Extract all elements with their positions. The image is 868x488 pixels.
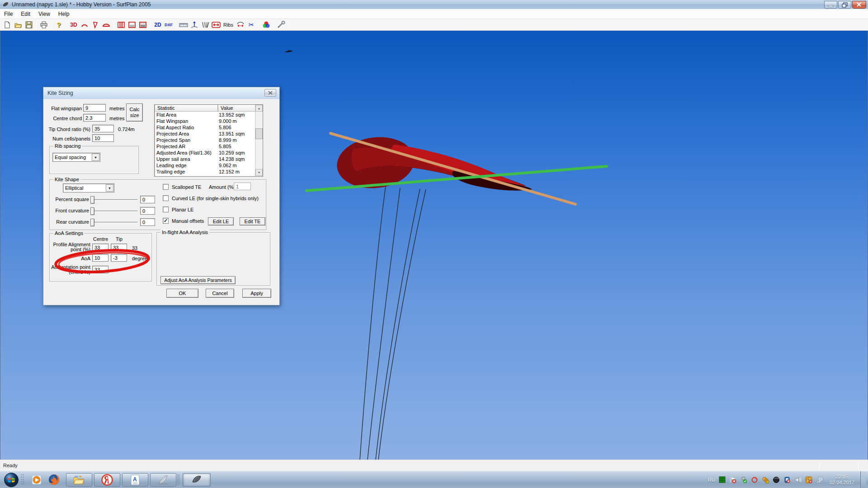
network-icon[interactable] — [816, 476, 824, 483]
aoa-tip-field[interactable]: -3 — [111, 254, 127, 262]
slider-thumb[interactable] — [90, 196, 94, 204]
aoa-rotation-field[interactable]: 33 — [92, 266, 108, 273]
start-button[interactable] — [3, 471, 20, 488]
arc-measure-icon[interactable] — [235, 20, 246, 30]
tray-usb-icon[interactable] — [740, 476, 748, 483]
profile-centre-field[interactable]: 33 — [92, 244, 108, 251]
menu-view[interactable]: View — [34, 9, 54, 19]
minimize-button[interactable] — [824, 1, 837, 9]
firefox-icon[interactable] — [48, 474, 60, 486]
profile-tip-field[interactable]: 33 — [111, 244, 127, 251]
stats-col-value[interactable]: Value — [218, 105, 256, 112]
calc-size-button[interactable]: Calc size — [126, 103, 143, 122]
volume-icon[interactable] — [794, 476, 802, 483]
statusbar-divider — [858, 462, 859, 469]
close-icon[interactable] — [852, 1, 866, 9]
tools-icon[interactable] — [276, 20, 287, 30]
save-icon[interactable] — [24, 20, 34, 30]
front-curvature-slider[interactable] — [90, 211, 138, 212]
print-icon[interactable] — [38, 20, 49, 30]
cancel-button[interactable]: Cancel — [206, 289, 234, 298]
stats-scrollbar[interactable]: ▲ ▼ — [255, 105, 263, 176]
shaded-panel-icon[interactable] — [137, 20, 148, 30]
edit-te-button[interactable]: Edit TE — [240, 217, 265, 225]
ruler-icon[interactable] — [178, 20, 189, 30]
rear-curvature-field[interactable]: 0 — [140, 218, 155, 226]
manual-offsets-checkbox[interactable]: ✓ — [163, 218, 169, 224]
tray-update-warning-icon[interactable]: ! — [762, 476, 769, 483]
dxf-export-icon[interactable]: DXF — [163, 20, 174, 30]
tray-network-error-icon[interactable] — [805, 476, 813, 483]
stats-col-statistic[interactable]: Statistic — [155, 105, 218, 112]
planar-le-checkbox[interactable] — [163, 206, 169, 212]
taskbar-explorer-button[interactable] — [66, 473, 92, 487]
kite-shape-dropdown[interactable]: Elliptical ▼ — [63, 183, 114, 192]
new-icon[interactable] — [2, 20, 13, 30]
rib-grid-icon[interactable] — [116, 20, 127, 30]
centre-chord-field[interactable]: 2.3 — [83, 114, 106, 122]
percent-square-slider[interactable] — [90, 199, 138, 201]
view-3d-icon[interactable]: 3D — [68, 20, 79, 30]
show-desktop-button[interactable] — [860, 471, 866, 488]
restore-button[interactable] — [838, 1, 851, 9]
flat-wingspan-field[interactable]: 9 — [83, 104, 106, 112]
menu-file[interactable]: File — [0, 9, 17, 19]
ribs-icon[interactable]: Ribs — [222, 20, 235, 30]
tray-actioncenter-icon[interactable] — [729, 476, 737, 483]
pennant-icon[interactable] — [90, 20, 101, 30]
rib-spacing-dropdown[interactable]: Equal spacing ▼ — [52, 153, 100, 162]
view-2d-icon[interactable]: 2D — [152, 20, 163, 30]
bridle-lines-icon[interactable] — [200, 20, 211, 30]
amount-field[interactable]: 1 — [234, 183, 251, 190]
clock[interactable]: 22:15 02.04.2017 — [830, 474, 854, 486]
chevron-down-icon[interactable]: ▼ — [106, 184, 113, 192]
tray-device-icon[interactable] — [783, 476, 791, 483]
dialog-close-icon[interactable] — [264, 89, 276, 97]
plot-icon[interactable] — [189, 20, 200, 30]
percent-square-field[interactable]: 0 — [140, 196, 155, 203]
menu-edit[interactable]: Edit — [17, 9, 34, 19]
menu-help[interactable]: Help — [54, 9, 74, 19]
open-icon[interactable] — [13, 20, 24, 30]
taskbar-texteditor-button[interactable]: A — [122, 473, 148, 487]
half-ellipse-icon[interactable] — [101, 20, 112, 30]
slider-thumb[interactable] — [90, 207, 94, 215]
tray-sphere-icon[interactable] — [773, 476, 780, 483]
scissors-icon[interactable]: ✂ — [246, 20, 257, 30]
width-arrow-icon[interactable] — [211, 20, 222, 30]
ok-button[interactable]: OK — [166, 289, 198, 298]
apply-button[interactable]: Apply — [242, 289, 271, 298]
panel-icon[interactable] — [127, 20, 137, 30]
scroll-down-icon[interactable]: ▼ — [255, 169, 263, 176]
tray-antivirus-icon[interactable] — [751, 476, 759, 483]
front-curvature-field[interactable]: 0 — [140, 207, 155, 215]
dialog-titlebar[interactable]: Kite Sizing — [43, 87, 279, 99]
slider-thumb[interactable] — [90, 219, 94, 226]
language-indicator[interactable]: RU — [708, 477, 715, 483]
rear-curvature-slider[interactable] — [90, 222, 138, 224]
taskbar-yandex-button[interactable] — [94, 473, 120, 487]
curved-le-checkbox[interactable] — [163, 195, 169, 201]
tray-grid-icon[interactable] — [718, 476, 726, 483]
taskbar: A RU ! 22:15 02.04.2017 — [0, 471, 868, 488]
curved-le-label: Curved LE (for single-skin hybrids only) — [172, 196, 259, 201]
scroll-thumb[interactable] — [255, 128, 263, 139]
taskbar-surfplan-active-button[interactable] — [183, 473, 211, 487]
edit-le-button[interactable]: Edit LE — [208, 217, 234, 225]
colors-icon[interactable] — [261, 20, 272, 30]
scalloped-te-checkbox[interactable] — [163, 184, 169, 190]
tip-chord-field[interactable]: 35 — [92, 125, 114, 132]
statistics-list[interactable]: Statistic Value Flat Area13.952 sqm Flat… — [154, 104, 263, 177]
scroll-up-icon[interactable]: ▲ — [255, 105, 263, 112]
window-title: Unnamed (napyc 1.sle) * - Hobby Version … — [12, 1, 151, 8]
help-icon[interactable]: ? — [53, 20, 64, 30]
taskbar-sailapp-button[interactable] — [150, 473, 176, 487]
inflight-aoa-label: In-flight AoA Analysis — [160, 230, 209, 235]
adjust-aoa-button[interactable]: Adjust AoA Analysis Parameters — [160, 276, 236, 284]
chevron-down-icon[interactable]: ▼ — [92, 154, 99, 161]
media-player-icon[interactable] — [31, 474, 42, 486]
stats-row: Projected Span8.999 m — [155, 137, 255, 144]
aoa-centre-field[interactable]: 10 — [92, 254, 108, 262]
arc-icon[interactable] — [79, 20, 90, 30]
num-cells-field[interactable]: 10 — [92, 134, 114, 142]
